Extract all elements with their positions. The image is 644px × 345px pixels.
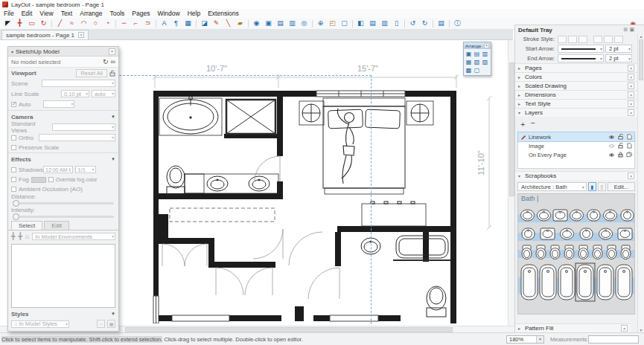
ortho-checkbox[interactable] [11, 135, 16, 141]
layer-page-icon[interactable] [625, 143, 633, 149]
save-icon[interactable]: ▢ [339, 19, 350, 29]
tray-pin-icon[interactable]: ⊞ [624, 27, 628, 33]
layer-lock-icon[interactable] [616, 134, 624, 140]
arrange-close-icon[interactable]: × [484, 43, 489, 48]
section-dimensions-close-icon[interactable]: × [628, 91, 634, 98]
pan-environment-icon[interactable]: ╋ [11, 233, 15, 240]
highlighter-tool-icon[interactable]: ▰ [235, 19, 246, 29]
circle-tool-icon[interactable]: ○ [90, 19, 101, 29]
menu-text[interactable]: Text [57, 10, 77, 17]
layer-lock-icon[interactable] [616, 143, 624, 149]
tray-scrollbar[interactable]: ▲ ▼ [637, 34, 644, 332]
styles-grid-button[interactable]: ▦ [107, 320, 115, 328]
start-presentation-icon[interactable]: ◉ [251, 19, 262, 29]
layer-row-image[interactable]: Image [518, 141, 634, 150]
flip-horizontal-icon[interactable]: ▧ [473, 58, 481, 66]
viewport-lock-icon[interactable] [109, 70, 115, 77]
effects-filter-icon[interactable]: ▼ [111, 157, 115, 161]
menu-file[interactable]: File [0, 10, 18, 17]
section-scrapbooks[interactable]: ▾ Scrapbooks × [515, 171, 637, 180]
freehand-tool-icon[interactable]: ≈ [66, 19, 77, 29]
line-scale-dropdown[interactable]: 0.10 pt [61, 90, 89, 97]
layer-locked-icon[interactable] [616, 152, 624, 158]
scrapbook-list-view-icon[interactable]: ▮ [588, 182, 596, 191]
menu-view[interactable]: View [36, 10, 57, 17]
pen-tool-icon[interactable]: ╲ [223, 19, 234, 29]
start-arrow-width-dropdown[interactable]: 2 pt [605, 45, 632, 53]
rectangle-tool-icon[interactable]: ▭ [26, 19, 37, 29]
group-icon[interactable]: ▩ [465, 66, 473, 74]
ao-checkbox[interactable] [11, 187, 16, 192]
styles-dropdown[interactable]: ⌂In Model Styles [11, 320, 69, 328]
delete-icon[interactable]: ▯ [391, 19, 402, 29]
section-pages[interactable]: ▸ Pages × [515, 63, 637, 72]
table-tool-icon[interactable]: ▦ [182, 19, 194, 29]
tab-edit[interactable]: Edit [44, 221, 69, 230]
shadow-date-dropdown[interactable]: 1/1 [75, 166, 96, 173]
section-colors-close-icon[interactable]: × [628, 74, 634, 80]
next-page-icon[interactable]: ▥ [287, 19, 298, 29]
add-layer-icon[interactable]: ＋ [519, 119, 526, 129]
menu-edit[interactable]: Edit [18, 10, 36, 17]
section-layers-close-icon[interactable]: × [628, 109, 634, 116]
offset-tool-icon[interactable]: ⊃ [142, 19, 153, 29]
select-tool-icon[interactable]: ◤ [2, 19, 13, 29]
reset-all-button[interactable]: Reset All [76, 69, 107, 77]
flip-vertical-icon[interactable]: ▨ [481, 58, 489, 66]
section-pattern-fill-close-icon[interactable]: × [621, 325, 628, 332]
layer-visible-icon[interactable] [608, 152, 615, 158]
menu-window[interactable]: Window [153, 10, 183, 17]
remove-layer-icon[interactable]: − [531, 119, 535, 129]
polyline-tool-icon[interactable]: ⌐ [130, 19, 141, 29]
dimension-label-top-left[interactable]: 10'-7" [206, 64, 227, 73]
ortho-dropdown[interactable] [39, 134, 115, 141]
dimension-label-top-right[interactable]: 15'-7" [357, 64, 378, 73]
auto-checkbox[interactable] [11, 102, 16, 107]
stroke-style-1-button[interactable] [558, 36, 567, 43]
stroke-style-2-button[interactable] [568, 36, 577, 43]
end-arrow-width-dropdown[interactable]: 2 pt [605, 54, 632, 62]
open-icon[interactable]: ◰ [327, 19, 338, 29]
info-icon[interactable]: ⓘ [452, 19, 463, 29]
add-page-icon[interactable]: ▣ [263, 19, 274, 29]
auto-dropdown[interactable] [43, 100, 74, 108]
preserve-scale-checkbox[interactable] [11, 145, 16, 150]
menu-pages[interactable]: Pages [128, 10, 153, 17]
section-layers[interactable]: ▾ Layers × [515, 108, 637, 117]
layer-hidden-icon[interactable] [608, 144, 615, 149]
stroke-cap-2-button[interactable] [604, 36, 613, 43]
section-colors[interactable]: ▸ Colors × [515, 72, 637, 81]
section-pattern-fill[interactable]: ▸ Pattern Fill × [515, 323, 631, 332]
scrapbook-edit-button[interactable]: Edit... [608, 182, 635, 191]
dimension-label-right[interactable]: 11'-10" [476, 150, 485, 175]
stroke-cap-1-button[interactable] [593, 36, 602, 43]
presenter-view-icon[interactable]: ◎ [299, 19, 310, 29]
link-model-icon[interactable]: ∞ [111, 58, 115, 65]
layer-row-on-every-page[interactable]: On Every Page [518, 150, 634, 159]
send-to-back-icon[interactable]: ▦ [465, 58, 473, 66]
send-backward-icon[interactable]: ▥ [481, 50, 489, 58]
undo-icon[interactable]: ↺ [407, 19, 418, 29]
line-scale-mode-dropdown[interactable]: auto [92, 90, 115, 97]
curve-tool-icon[interactable]: ∽ [118, 19, 130, 29]
tab-select[interactable]: Select [11, 221, 42, 230]
fog-checkbox[interactable] [11, 177, 16, 182]
layer-page-icon[interactable] [625, 134, 633, 140]
home-environment-icon[interactable]: ⌂ [25, 233, 29, 240]
refresh-model-icon[interactable]: ↻ [103, 58, 109, 65]
shadows-checkbox[interactable] [11, 167, 16, 172]
tab-close-icon[interactable]: × [78, 32, 84, 38]
layer-shared-pages-icon[interactable] [625, 152, 633, 158]
zoom-dropdown-arrow-icon[interactable]: ▼ [536, 336, 543, 343]
paste-icon[interactable]: ▥ [379, 19, 390, 29]
section-scaled-drawing[interactable]: ▸ Scaled Drawing × [515, 81, 637, 90]
styles-small-button[interactable]: ▫ [97, 320, 105, 328]
scene-dropdown[interactable] [42, 80, 115, 87]
orbit-environment-icon[interactable]: ╋ [18, 233, 22, 240]
tray-options-icon[interactable]: ▣ [629, 27, 634, 33]
stroke-style-3-button[interactable] [578, 36, 587, 43]
scroll-down-icon[interactable]: ▼ [638, 328, 644, 332]
standard-views-dropdown[interactable] [52, 123, 115, 131]
layer-visible-icon[interactable] [608, 135, 615, 140]
menu-extensions[interactable]: Extensions [204, 10, 243, 17]
